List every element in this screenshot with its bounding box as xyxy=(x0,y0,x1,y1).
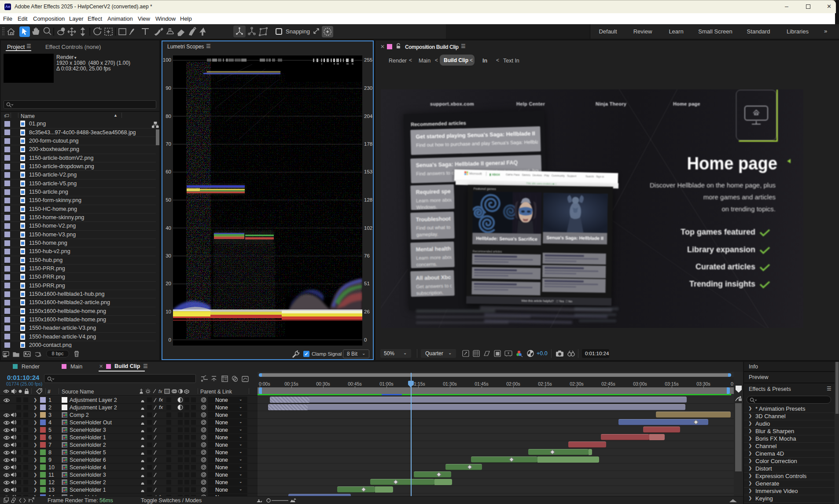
svg-text:fx: fx xyxy=(158,389,162,394)
